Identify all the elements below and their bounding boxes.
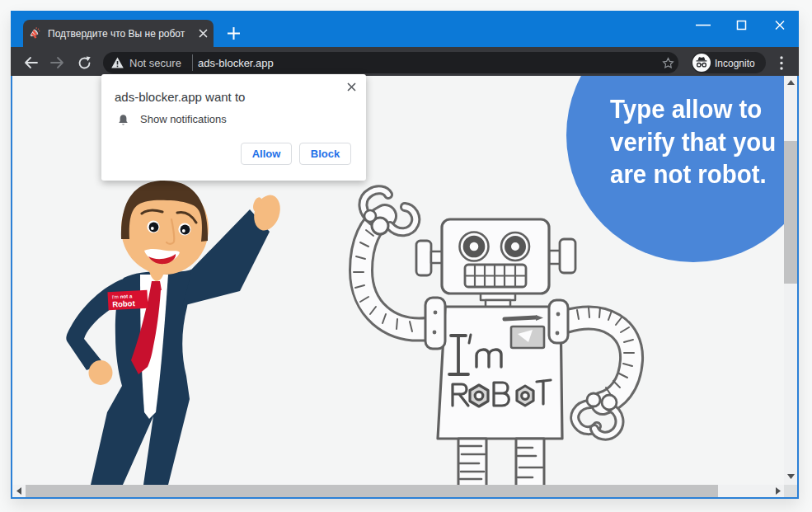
svg-text:Robot: Robot (112, 298, 136, 308)
